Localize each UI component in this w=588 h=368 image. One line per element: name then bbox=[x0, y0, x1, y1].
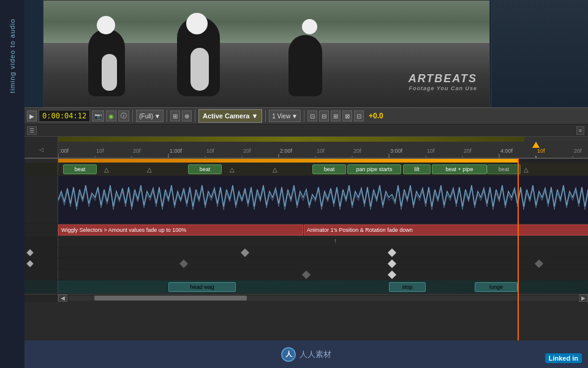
diamond-icon-1 bbox=[26, 249, 33, 256]
playhead-line bbox=[518, 158, 519, 340]
track-expand-icon: ◁ bbox=[39, 147, 43, 153]
bottom-logo-area: 人 人人素材 bbox=[281, 347, 331, 362]
info-btn[interactable]: ⓘ bbox=[118, 110, 129, 121]
view-btn-2[interactable]: ⊟ bbox=[319, 110, 329, 121]
red-segment-2-text: Animator 1's Position & Rotation fade do… bbox=[307, 227, 413, 233]
kf-diamond-4 bbox=[179, 259, 188, 268]
beat-track-label bbox=[24, 163, 58, 175]
kf-diamond-2 bbox=[241, 248, 249, 257]
timecode-display: 0:00:04:12 bbox=[39, 110, 90, 122]
svg-text:20f: 20f bbox=[353, 148, 361, 154]
kf-diamond-6 bbox=[388, 270, 396, 279]
timeline-scrollbar-row: ◀ ▶ bbox=[24, 294, 588, 302]
annotation-content: Wiggly Selectors > Amount values fade up… bbox=[58, 224, 588, 237]
scroll-right-btn[interactable]: ▶ bbox=[579, 294, 588, 302]
main-content: ARTBEATS Footage You Can Use ▶ 0:00:04:1… bbox=[24, 0, 588, 368]
crosshair-btn[interactable]: ⊕ bbox=[182, 110, 192, 121]
beat-track-content: beat △ △ beat △ △ beat pan pipe starts l… bbox=[58, 163, 588, 175]
svg-marker-28 bbox=[532, 142, 540, 148]
scrollbar-indent bbox=[24, 294, 58, 302]
svg-text:10f: 10f bbox=[427, 148, 435, 154]
separator-3 bbox=[195, 110, 195, 122]
timeline-container: ☰ ≡ ◁ :00f 10f bbox=[24, 125, 588, 340]
separator-4 bbox=[265, 110, 266, 122]
annotation-label bbox=[24, 224, 58, 237]
camera-view-dropdown[interactable]: Active Camera ▼ bbox=[198, 109, 262, 123]
color-btn[interactable]: ◉ bbox=[106, 110, 116, 121]
timecode-value: 0:00:04:12 bbox=[42, 112, 86, 120]
watermark-sub: Footage You Can Use bbox=[409, 85, 477, 91]
view-btn-1[interactable]: ⊡ bbox=[307, 110, 317, 121]
settings-btn[interactable]: ≡ bbox=[576, 126, 584, 135]
kf-label-1 bbox=[24, 247, 58, 258]
view-btn-5[interactable]: ⊡ bbox=[354, 110, 364, 121]
scrollbar-thumb[interactable] bbox=[94, 296, 247, 301]
svg-text:20f: 20f bbox=[464, 148, 472, 154]
red-segment-1-text: Wiggly Selectors > Amount values fade up… bbox=[61, 227, 186, 233]
svg-text:4:00f: 4:00f bbox=[500, 148, 513, 154]
kf-content-3 bbox=[58, 269, 588, 280]
grid-btn[interactable]: ⊞ bbox=[170, 110, 180, 121]
kf-diamond-5 bbox=[535, 259, 543, 268]
time-ruler-row: ◁ :00f 10f 20f 1:00f 10f 20f bbox=[24, 142, 588, 159]
svg-text:10f: 10f bbox=[96, 148, 104, 154]
keyframe-row-1 bbox=[24, 247, 588, 258]
svg-text:1:00f: 1:00f bbox=[170, 148, 183, 154]
teal-row: head wag stop lunge bbox=[24, 280, 588, 294]
camera-icon-btn[interactable]: 📷 bbox=[92, 110, 104, 121]
track-indent bbox=[24, 137, 58, 142]
beat-marker-2: beat bbox=[188, 164, 222, 174]
beat-marker-1: beat bbox=[63, 164, 97, 174]
work-area-container bbox=[24, 137, 588, 142]
arrow-4: △ bbox=[273, 166, 277, 173]
view-mode-label: 1 View bbox=[272, 113, 290, 120]
kf-label-3 bbox=[24, 269, 58, 280]
ruler-content: :00f 10f 20f 1:00f 10f 20f 2:00f 10f bbox=[58, 142, 588, 158]
timeline-menu-btn[interactable]: ☰ bbox=[27, 126, 37, 135]
logo-circle: 人 bbox=[281, 347, 296, 362]
beat-marker-pipe: beat + pipe bbox=[432, 164, 487, 174]
waveform-row bbox=[24, 176, 588, 224]
sidebar-label: timing video to audio bbox=[9, 18, 16, 93]
beat-markers-row: beat △ △ beat △ △ beat pan pipe starts l… bbox=[24, 163, 588, 176]
kf-content-1 bbox=[58, 247, 588, 258]
exposure-value: +0.0 bbox=[369, 112, 383, 120]
beat-marker-end: beat bbox=[487, 164, 521, 174]
camera-view-label: Active Camera bbox=[203, 112, 249, 120]
view-mode-dropdown[interactable]: 1 View ▼ bbox=[269, 110, 301, 122]
arrow-5: △ bbox=[524, 166, 529, 173]
separator-1 bbox=[132, 110, 133, 122]
red-segment-1: Wiggly Selectors > Amount values fade up… bbox=[58, 224, 303, 236]
kf-diamond-7 bbox=[302, 270, 311, 279]
view-btn-3[interactable]: ⊞ bbox=[331, 110, 341, 121]
work-area-fill bbox=[58, 137, 524, 142]
work-area-bar bbox=[58, 137, 588, 142]
bottom-bar: 人 人人素材 Linked in bbox=[24, 340, 588, 368]
ruler-indent: ◁ bbox=[24, 142, 58, 158]
svg-text:10f: 10f bbox=[317, 148, 325, 154]
waveform-svg bbox=[58, 176, 588, 223]
svg-text::00f: :00f bbox=[59, 148, 69, 154]
svg-text:20f: 20f bbox=[243, 148, 251, 154]
arrow-2: △ bbox=[147, 166, 152, 173]
resolution-dropdown[interactable]: (Full) ▼ bbox=[136, 110, 164, 122]
scrollbar-track[interactable]: ◀ ▶ bbox=[58, 294, 588, 302]
view-btn-4[interactable]: ⊠ bbox=[342, 110, 352, 121]
left-sidebar: timing video to audio bbox=[0, 0, 24, 368]
scroll-left-btn[interactable]: ◀ bbox=[58, 294, 67, 302]
scrollbar-inner[interactable] bbox=[69, 296, 578, 301]
beat-marker-3: beat bbox=[312, 164, 346, 174]
waveform-content bbox=[58, 176, 588, 223]
kf-diamond-1 bbox=[388, 248, 396, 257]
separator-5 bbox=[304, 110, 304, 122]
separator-2 bbox=[167, 110, 167, 122]
ruler-svg: :00f 10f 20f 1:00f 10f 20f 2:00f 10f bbox=[58, 142, 588, 158]
toolbar: ▶ 0:00:04:12 📷 ◉ ⓘ (Full) ▼ ⊞ ⊕ Active C… bbox=[24, 107, 588, 125]
teal-marker-head-wag: head wag bbox=[168, 282, 236, 292]
dropdown-arrow: ▼ bbox=[154, 113, 160, 120]
toggle-btn[interactable]: ▶ bbox=[27, 110, 37, 121]
kf-label-2 bbox=[24, 258, 58, 269]
timeline-top-bar: ☰ ≡ bbox=[24, 125, 588, 137]
keyframe-row-2 bbox=[24, 258, 588, 269]
keyframe-row-3 bbox=[24, 269, 588, 280]
